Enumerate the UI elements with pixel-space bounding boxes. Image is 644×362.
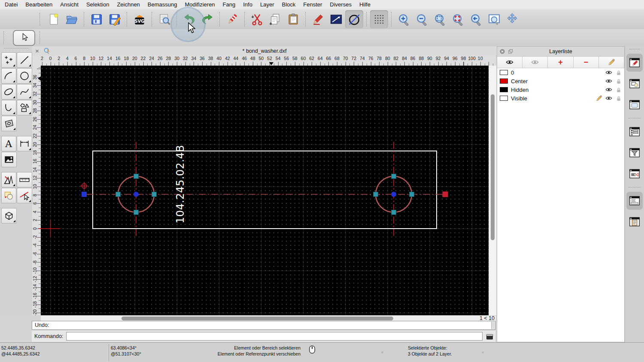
command-history[interactable]: Undo: (32, 321, 495, 330)
command-detach-icon[interactable] (486, 333, 494, 340)
line-attributes-button[interactable] (327, 10, 345, 28)
tool-circle-button[interactable] (17, 68, 32, 84)
layer-lock-icon[interactable] (615, 69, 622, 76)
drawing-canvas[interactable]: 104.245.02.4B (41, 66, 489, 315)
tool-image-button[interactable] (1, 152, 17, 167)
zoom-previous-button[interactable] (467, 10, 485, 28)
zoom-in-button[interactable] (395, 10, 413, 28)
menu-zeichnen[interactable]: Zeichnen (113, 0, 143, 9)
zoom-selected-button[interactable] (449, 10, 467, 28)
menu-datei[interactable]: Datei (1, 0, 21, 9)
dock-filter-panel-toggle-button[interactable] (626, 144, 643, 162)
horizontal-scrollbar-thumb[interactable] (122, 317, 393, 320)
layer-visibility-icon[interactable] (605, 95, 612, 102)
centerline-endpoint-red[interactable] (443, 192, 448, 197)
svg-export-button[interactable]: SVG (131, 10, 149, 28)
tool-polyline-button[interactable] (1, 100, 17, 115)
edit-layer-button[interactable] (599, 57, 624, 68)
pen-button[interactable] (309, 10, 327, 28)
menu-info[interactable]: Info (239, 0, 256, 9)
draft-mode-button[interactable] (345, 10, 363, 28)
print-preview-button[interactable] (155, 10, 173, 28)
redo-button[interactable] (198, 10, 216, 28)
washer-outline-rect[interactable] (93, 151, 437, 229)
cut-button[interactable]: + (248, 10, 266, 28)
tool-polygon-button[interactable] (17, 100, 32, 115)
tool-arc-button[interactable] (1, 68, 17, 84)
toolbar-drag-handle[interactable] (39, 31, 40, 44)
menu-bearbeiten[interactable]: Bearbeiten (21, 0, 56, 9)
toolbar-drag-handle[interactable] (39, 13, 40, 26)
zoom-pan-button[interactable] (503, 10, 521, 28)
command-input[interactable] (66, 332, 483, 341)
left-center-node[interactable] (134, 192, 139, 197)
palette-drag-handle[interactable] (4, 48, 28, 50)
tool-modify-button[interactable] (1, 172, 17, 187)
delete-selection-button[interactable] (223, 10, 241, 28)
tool-solid-button[interactable] (1, 208, 17, 223)
dock-preview-panel-toggle-button[interactable] (626, 96, 643, 114)
zoom-window-button[interactable] (485, 10, 503, 28)
tool-points-button[interactable] (1, 52, 17, 68)
layer-edit-pencil-icon[interactable] (595, 95, 602, 102)
dock-block-panel-toggle-button[interactable] (626, 75, 643, 93)
grid-toggle-button[interactable] (370, 10, 388, 28)
menu-ansicht[interactable]: Ansicht (56, 0, 82, 9)
layer-visibility-icon[interactable] (605, 78, 612, 84)
tool-line-button[interactable] (17, 52, 32, 68)
menu-bemassung[interactable]: Bemassung (144, 0, 181, 9)
tool-hatch-button[interactable] (1, 116, 17, 131)
layer-row-0[interactable]: 0 (497, 68, 624, 77)
menu-selektion[interactable]: Selektion (82, 0, 113, 9)
layer-row-visible[interactable]: Visible (497, 94, 624, 103)
centerline-endpoint-blue[interactable] (82, 192, 87, 197)
file-new-button[interactable] (45, 10, 63, 28)
layer-row-center[interactable]: Center (497, 77, 624, 85)
save-button[interactable] (88, 10, 106, 28)
zoom-out-button[interactable] (413, 10, 431, 28)
menu-layer[interactable]: Layer (256, 0, 278, 9)
vertical-scrollbar[interactable] (489, 66, 496, 315)
menu-fenster[interactable]: Fenster (299, 0, 326, 9)
right-center-node[interactable] (391, 192, 396, 197)
undo-button[interactable] (180, 10, 198, 28)
part-number-label[interactable]: 104.245.02.4B (174, 145, 186, 223)
layer-lock-icon[interactable] (615, 78, 622, 84)
tool-measure-button[interactable] (17, 172, 32, 187)
menu-diverses[interactable]: Diverses (326, 0, 355, 9)
dock-list-panel-toggle-button[interactable] (626, 123, 643, 141)
tool-spline-button[interactable] (17, 84, 32, 100)
dock-clipboard-panel-toggle-button[interactable] (626, 213, 643, 231)
menu-block[interactable]: Block (278, 0, 299, 9)
v-ruler-label: 24 (32, 125, 37, 130)
vertical-scrollbar-thumb[interactable] (491, 94, 495, 240)
remove-layer-button[interactable]: − (574, 57, 599, 68)
paste-button[interactable] (284, 10, 302, 28)
menu-modifizieren[interactable]: Modifizieren (181, 0, 219, 9)
menu-hilfe[interactable]: Hilfe (355, 0, 374, 9)
tool-ellipse-button[interactable] (1, 84, 17, 100)
folder-open-button[interactable] (63, 10, 81, 28)
menu-fang[interactable]: Fang (219, 0, 240, 9)
copy-button[interactable]: + (266, 10, 284, 28)
add-layer-button[interactable]: + (548, 57, 573, 68)
toolbar-drag-handle[interactable] (3, 31, 4, 44)
dock-beamer-panel-toggle-button[interactable] (626, 165, 643, 183)
strip-drag-handle[interactable] (629, 49, 640, 51)
layer-visibility-icon[interactable] (605, 86, 612, 93)
zoom-auto-button[interactable] (431, 10, 449, 28)
layer-visibility-icon[interactable] (605, 69, 612, 76)
layer-lock-icon[interactable] (615, 95, 622, 102)
select-tool-button[interactable] (13, 30, 35, 46)
tool-order-button[interactable] (1, 188, 17, 203)
tool-dimension-button[interactable] (17, 136, 32, 151)
hide-all-layers-button[interactable] (522, 57, 548, 68)
dock-pen-panel-toggle-button[interactable] (626, 54, 643, 72)
tool-text-button[interactable]: A (1, 136, 17, 151)
layer-lock-icon[interactable] (615, 87, 622, 93)
tool-attributes-button[interactable] (17, 188, 32, 203)
show-all-layers-button[interactable] (497, 57, 522, 68)
dock-command-panel-toggle-button[interactable] (626, 192, 643, 210)
layer-row-hidden[interactable]: Hidden (497, 85, 624, 94)
save-as-button[interactable] (106, 10, 124, 28)
